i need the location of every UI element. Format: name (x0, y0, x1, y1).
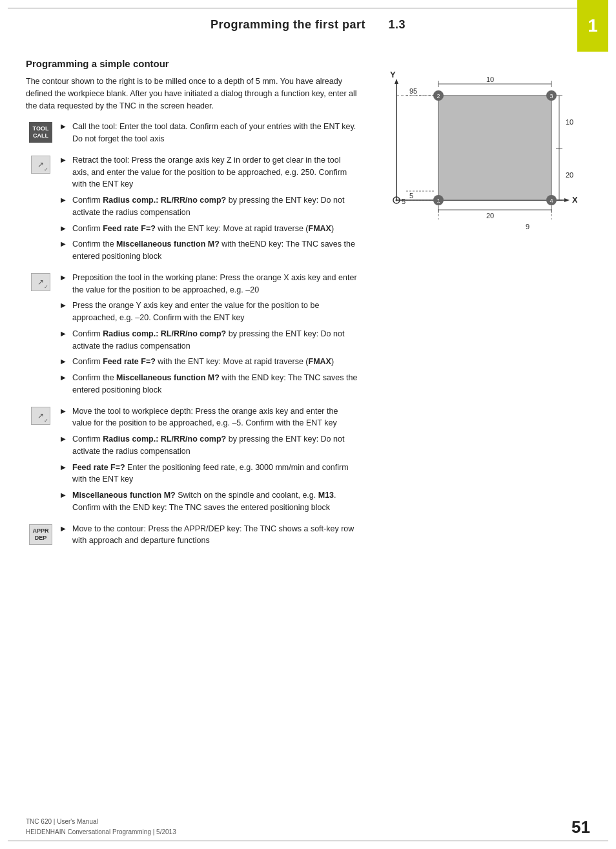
intro-text: The contour shown to the right is to be … (26, 76, 358, 112)
diagram-container: X Y (371, 65, 577, 245)
step-5-items: ▶ Move to the contour: Press the APPR/DE… (61, 523, 358, 551)
step-2-items: ▶ Retract the tool: Press the orange axi… (61, 154, 358, 267)
bullet: ▶ (61, 462, 70, 472)
appr-dep-button[interactable]: APPR DEP (29, 524, 52, 545)
bullet: ▶ (61, 155, 70, 165)
step-2-text-2: Confirm Radius comp.: RL/RR/no comp? by … (72, 194, 358, 219)
header-title: Programming the first part (210, 18, 365, 31)
dim-5-y: 5 (409, 192, 413, 199)
step-2-item-3: ▶ Confirm Feed rate F=? with the ENT key… (61, 223, 358, 235)
appr-dep-icon-container: APPR DEP (26, 524, 56, 545)
step-row-axis-3: ↗ ▶ Move the tool to workpiece depth: Pr… (26, 405, 358, 518)
step-3-text-5: Confirm the Miscellaneous function M? wi… (72, 372, 358, 396)
step-2-text-4: Confirm the Miscellaneous function M? wi… (72, 238, 358, 263)
step-4-item-4: ▶ Miscellaneous function M? Switch on th… (61, 489, 358, 514)
bullet: ▶ (61, 195, 70, 205)
dep-label: DEP (35, 535, 47, 542)
page-number: 51 (571, 817, 590, 837)
dim-10-top: 10 (486, 76, 494, 83)
bullet: ▶ (61, 373, 70, 382)
step-4-text-4: Miscellaneous function M? Switch on the … (72, 489, 358, 514)
axis-key-button-1[interactable]: ↗ (31, 156, 50, 174)
step-row-tool-call: TOOL CALL ▶ Call the tool: Enter the too… (26, 121, 358, 149)
step-3-item-4: ▶ Confirm Feed rate F=? with the ENT key… (61, 356, 358, 368)
bullet: ▶ (61, 434, 70, 444)
content-columns: Programming a simple contour The contour… (26, 58, 590, 556)
step-3-item-1: ▶ Preposition the tool in the working pl… (61, 272, 358, 296)
step-5-item-1: ▶ Move to the contour: Press the APPR/DE… (61, 523, 358, 547)
step-2-item-1: ▶ Retract the tool: Press the orange axi… (61, 154, 358, 190)
left-column: Programming a simple contour The contour… (26, 58, 358, 556)
step-4-text-1: Move the tool to workpiece depth: Press … (72, 405, 358, 430)
appr-label: APPR (32, 527, 48, 535)
footer-line1: TNC 620 | User's Manual (26, 817, 176, 827)
step-4-item-3: ▶ Feed rate F=? Enter the positioning fe… (61, 462, 358, 486)
step-2-text-3: Confirm Feed rate F=? with the ENT key: … (72, 223, 358, 235)
step-1-item-1: ▶ Call the tool: Enter the tool data. Co… (61, 121, 358, 145)
bullet: ▶ (61, 300, 70, 310)
step-3-text-2: Press the orange Y axis key and enter th… (72, 300, 358, 324)
step-2-text-1: Retract the tool: Press the orange axis … (72, 154, 358, 190)
bullet: ▶ (61, 490, 70, 500)
call-label: CALL (33, 132, 48, 139)
bullet: ▶ (61, 329, 70, 338)
tool-call-icon-container: TOOL CALL (26, 122, 56, 143)
step-2-item-2: ▶ Confirm Radius comp.: RL/RR/no comp? b… (61, 194, 358, 219)
step-4-item-2: ▶ Confirm Radius comp.: RL/RR/no comp? b… (61, 433, 358, 458)
svg-marker-1 (564, 198, 570, 202)
step-row-axis-1: ↗ ▶ Retract the tool: Press the orange a… (26, 154, 358, 267)
dim-10-right: 10 (566, 118, 573, 126)
step-3-text-1: Preposition the tool in the working plan… (72, 272, 358, 296)
page-header: Programming the first part 1.3 (0, 18, 616, 32)
bullet: ▶ (61, 239, 70, 249)
bullet: ▶ (61, 121, 70, 131)
svg-marker-3 (395, 79, 398, 84)
footer-left: TNC 620 | User's Manual HEIDENHAIN Conve… (26, 817, 176, 837)
axis-key-button-2[interactable]: ↗ (31, 273, 50, 291)
dim-5-x: 5 (402, 198, 406, 205)
axis-icon-2-container: ↗ (26, 273, 56, 291)
point-2-label: 2 (436, 93, 440, 99)
footer-line2: HEIDENHAIN Conversational Programming | … (26, 827, 176, 837)
page-footer: TNC 620 | User's Manual HEIDENHAIN Conve… (26, 817, 590, 837)
contour-diagram: X Y (371, 65, 577, 245)
step-1-items: ▶ Call the tool: Enter the tool data. Co… (61, 121, 358, 149)
tool-label: TOOL (33, 125, 49, 132)
point-3-label: 3 (549, 93, 553, 99)
dim-20-right: 20 (566, 171, 573, 179)
dim-9: 9 (526, 223, 529, 230)
axis-key-button-3[interactable]: ↗ (31, 407, 50, 425)
page-border-bottom (8, 841, 608, 841)
bullet: ▶ (61, 524, 70, 533)
step-3-item-5: ▶ Confirm the Miscellaneous function M? … (61, 372, 358, 396)
step-3-text-4: Confirm Feed rate F=? with the ENT key: … (72, 356, 358, 368)
axis-icon-3-container: ↗ (26, 407, 56, 425)
header-section: 1.3 (389, 18, 406, 31)
bullet: ▶ (61, 406, 70, 416)
step-4-item-1: ▶ Move the tool to workpiece depth: Pres… (61, 405, 358, 430)
bullet: ▶ (61, 223, 70, 233)
step-row-axis-2: ↗ ▶ Preposition the tool in the working … (26, 272, 358, 400)
step-5-text-1: Move to the contour: Press the APPR/DEP … (72, 523, 358, 547)
main-content: Programming a simple contour The contour… (26, 58, 590, 817)
right-column: X Y (371, 58, 590, 556)
step-2-item-4: ▶ Confirm the Miscellaneous function M? … (61, 238, 358, 263)
step-3-item-3: ▶ Confirm Radius comp.: RL/RR/no comp? b… (61, 328, 358, 353)
x-axis-label: X (572, 195, 577, 205)
step-3-items: ▶ Preposition the tool in the working pl… (61, 272, 358, 400)
tool-call-button[interactable]: TOOL CALL (29, 122, 52, 143)
page-border-top (8, 8, 608, 8)
step-4-text-3: Feed rate F=? Enter the positioning feed… (72, 462, 358, 486)
step-1-text-1: Call the tool: Enter the tool data. Conf… (72, 121, 358, 145)
step-3-item-2: ▶ Press the orange Y axis key and enter … (61, 300, 358, 324)
bullet: ▶ (61, 356, 70, 366)
dim-95: 95 (409, 87, 417, 95)
section-title: Programming a simple contour (26, 58, 358, 69)
step-4-text-2: Confirm Radius comp.: RL/RR/no comp? by … (72, 433, 358, 458)
dim-20-bottom: 20 (486, 212, 494, 220)
step-row-appr-dep: APPR DEP ▶ Move to the contour: Press th… (26, 523, 358, 551)
svg-rect-6 (438, 96, 551, 200)
step-3-text-3: Confirm Radius comp.: RL/RR/no comp? by … (72, 328, 358, 353)
bullet: ▶ (61, 272, 70, 282)
axis-icon-1-container: ↗ (26, 156, 56, 174)
